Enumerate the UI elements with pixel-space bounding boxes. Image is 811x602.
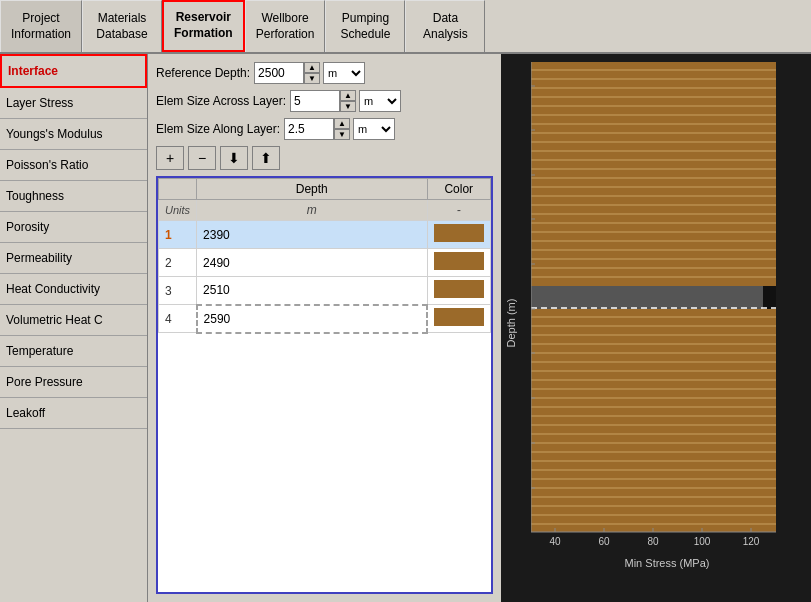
row-depth-1[interactable]: 2390 [197, 221, 427, 249]
tab-wellbore-perforation[interactable]: WellborePerforation [245, 0, 326, 52]
row-color-3[interactable] [427, 277, 491, 305]
sidebar-item-poissons-ratio[interactable]: Poisson's Ratio [0, 150, 147, 181]
color-swatch-2 [434, 252, 484, 270]
reference-depth-label: Reference Depth: [156, 66, 250, 80]
row-color-1[interactable] [427, 221, 491, 249]
data-table: Depth Color Units m - 1 2390 [158, 178, 491, 334]
row-num-2: 2 [159, 249, 197, 277]
row-color-4[interactable] [427, 305, 491, 333]
table-row[interactable]: 2 2490 [159, 249, 491, 277]
sidebar-item-temperature[interactable]: Temperature [0, 336, 147, 367]
units-row: Units m - [159, 200, 491, 221]
upload-button[interactable]: ⬆ [252, 146, 280, 170]
main-area: Interface Layer Stress Youngs's Modulus … [0, 54, 811, 602]
chart-svg: 2400 2420 2440 2460 2480 2500 2520 [531, 62, 806, 552]
elem-size-along-input[interactable] [284, 118, 334, 140]
units-label: Units [159, 200, 197, 221]
download-button[interactable]: ⬇ [220, 146, 248, 170]
elem-size-along-row: Elem Size Along Layer: ▲ ▼ m ft [156, 118, 493, 140]
sidebar-item-layer-stress[interactable]: Layer Stress [0, 88, 147, 119]
upload-icon: ⬆ [260, 150, 272, 166]
chart-area: Depth (m) [501, 54, 811, 602]
elem-size-along-label: Elem Size Along Layer: [156, 122, 280, 136]
tab-pumping-schedule[interactable]: PumpingSchedule [325, 0, 405, 52]
elem-size-along-spinner: ▲ ▼ [334, 118, 350, 140]
elem-size-along-unit[interactable]: m ft [353, 118, 395, 140]
tab-project-information[interactable]: Project Information [0, 0, 82, 52]
elem-size-across-input[interactable] [290, 90, 340, 112]
col-header-color: Color [427, 179, 491, 200]
elem-size-across-label: Elem Size Across Layer: [156, 94, 286, 108]
remove-row-button[interactable]: − [188, 146, 216, 170]
svg-rect-26 [531, 309, 776, 532]
color-swatch-3 [434, 280, 484, 298]
sidebar-item-toughness[interactable]: Toughness [0, 181, 147, 212]
reference-depth-up[interactable]: ▲ [304, 62, 320, 73]
elem-size-across-up[interactable]: ▲ [340, 90, 356, 101]
color-swatch-1 [434, 224, 484, 242]
sidebar-item-interface[interactable]: Interface [0, 54, 147, 88]
y-axis-label: Depth (m) [505, 299, 517, 348]
reference-depth-row: Reference Depth: ▲ ▼ m ft [156, 62, 493, 84]
sidebar-item-permeability[interactable]: Permeability [0, 243, 147, 274]
layer3-bars [531, 309, 776, 532]
row-color-2[interactable] [427, 249, 491, 277]
data-table-wrapper: Depth Color Units m - 1 2390 [156, 176, 493, 594]
units-depth: m [197, 200, 427, 221]
x-tick-60: 60 [598, 536, 610, 547]
elem-size-across-row: Elem Size Across Layer: ▲ ▼ m ft [156, 90, 493, 112]
col-header-empty [159, 179, 197, 200]
col-header-depth: Depth [197, 179, 427, 200]
row-num-3: 3 [159, 277, 197, 305]
row-depth-3[interactable]: 2510 [197, 277, 427, 305]
color-swatch-4 [434, 308, 484, 326]
sidebar-item-youngs-modulus[interactable]: Youngs's Modulus [0, 119, 147, 150]
chart-wrapper: Depth (m) [509, 62, 804, 572]
reference-depth-unit[interactable]: m ft [323, 62, 365, 84]
row-depth-2[interactable]: 2490 [197, 249, 427, 277]
elem-size-along-down[interactable]: ▼ [334, 129, 350, 140]
table-row[interactable]: 1 2390 [159, 221, 491, 249]
download-icon: ⬇ [228, 150, 240, 166]
layer1-bars [531, 62, 776, 286]
tab-bar: Project Information MaterialsDatabase Re… [0, 0, 811, 54]
elem-size-along-up[interactable]: ▲ [334, 118, 350, 129]
add-row-button[interactable]: + [156, 146, 184, 170]
row-num-4: 4 [159, 305, 197, 333]
table-row[interactable]: 4 2590 [159, 305, 491, 333]
x-axis-label: Min Stress (MPa) [531, 557, 804, 569]
x-tick-40: 40 [549, 536, 561, 547]
x-tick-80: 80 [647, 536, 659, 547]
svg-rect-1 [531, 62, 776, 286]
sidebar-item-heat-conductivity[interactable]: Heat Conductivity [0, 274, 147, 305]
toolbar: + − ⬇ ⬆ [156, 146, 493, 170]
row-depth-4[interactable]: 2590 [197, 305, 427, 333]
center-panel: Reference Depth: ▲ ▼ m ft Elem Size Acro… [148, 54, 501, 602]
x-tick-100: 100 [693, 536, 710, 547]
reference-depth-input[interactable] [254, 62, 304, 84]
elem-size-across-spinner: ▲ ▼ [340, 90, 356, 112]
x-tick-120: 120 [742, 536, 759, 547]
elem-size-across-down[interactable]: ▼ [340, 101, 356, 112]
tab-materials-database[interactable]: MaterialsDatabase [82, 0, 162, 52]
table-row[interactable]: 3 2510 [159, 277, 491, 305]
reference-depth-down[interactable]: ▼ [304, 73, 320, 84]
sidebar-item-volumetric-heat[interactable]: Volumetric Heat C [0, 305, 147, 336]
layer2-gray [531, 286, 763, 309]
sidebar: Interface Layer Stress Youngs's Modulus … [0, 54, 148, 602]
tab-data-analysis[interactable]: DataAnalysis [405, 0, 485, 52]
elem-size-across-unit[interactable]: m ft [359, 90, 401, 112]
row-num-1: 1 [159, 221, 197, 249]
sidebar-item-leakoff[interactable]: Leakoff [0, 398, 147, 429]
units-color: - [427, 200, 491, 221]
sidebar-item-pore-pressure[interactable]: Pore Pressure [0, 367, 147, 398]
sidebar-item-porosity[interactable]: Porosity [0, 212, 147, 243]
tab-reservoir-formation[interactable]: ReservoirFormation [162, 0, 245, 52]
reference-depth-spinner: ▲ ▼ [304, 62, 320, 84]
